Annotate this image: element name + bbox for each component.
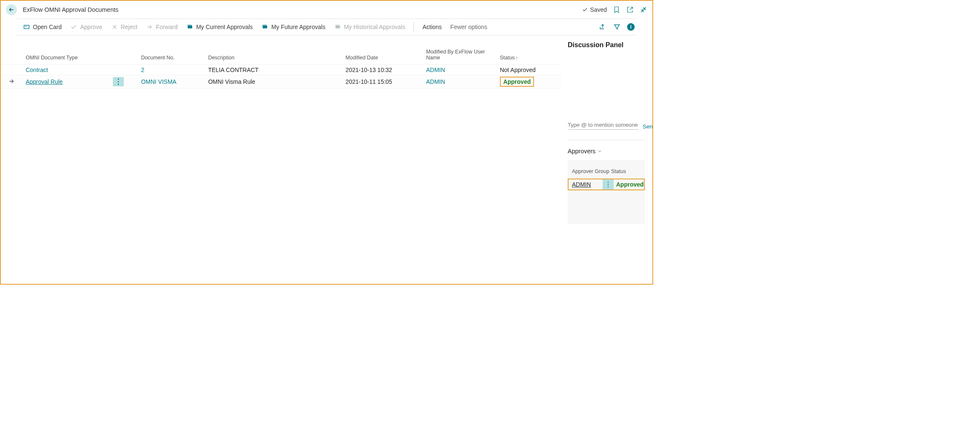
- back-button[interactable]: [6, 4, 17, 15]
- my-current-label: My Current Approvals: [196, 24, 253, 30]
- modified-by-link[interactable]: ADMIN: [426, 78, 445, 85]
- mention-input[interactable]: [568, 120, 638, 130]
- info-icon: i: [630, 24, 631, 30]
- svg-rect-1: [187, 26, 192, 29]
- more-vertical-icon: [607, 181, 609, 187]
- row-more-button[interactable]: [113, 77, 124, 86]
- svg-rect-0: [24, 25, 29, 29]
- doc-no-link[interactable]: OMNI VISMA: [141, 78, 176, 85]
- table-row[interactable]: Approval Rule OMNI VISMA OMNI Visma Rule…: [1, 75, 562, 88]
- share-button[interactable]: [598, 23, 607, 31]
- col-doc-type[interactable]: OMNI Document Type: [22, 46, 109, 64]
- collapse-button[interactable]: [640, 6, 647, 13]
- actions-label: Actions: [422, 24, 442, 30]
- modified-by-link[interactable]: ADMIN: [426, 67, 445, 73]
- bookmark-icon: [613, 6, 620, 13]
- col-status[interactable]: Status↑: [497, 46, 562, 64]
- svg-point-18: [608, 186, 609, 187]
- film-icon: [186, 23, 194, 31]
- filter-icon: [613, 23, 621, 31]
- approver-group-link[interactable]: ADMIN: [569, 181, 603, 188]
- svg-rect-8: [266, 25, 267, 26]
- approver-more-button[interactable]: [603, 179, 614, 189]
- collapse-icon: [640, 6, 647, 13]
- col-doc-no[interactable]: Document No.: [138, 46, 205, 64]
- doc-type-link[interactable]: Approval Rule: [26, 78, 63, 85]
- my-historical-label: My Historical Approvals: [344, 24, 406, 30]
- open-card-label: Open Card: [33, 24, 61, 30]
- saved-indicator: Saved: [582, 6, 607, 13]
- col-approver-status[interactable]: Status: [611, 168, 641, 174]
- my-future-label: My Future Approvals: [271, 24, 325, 30]
- svg-point-14: [118, 81, 119, 83]
- cell-modified-date: 2021-10-11 15:05: [342, 75, 423, 88]
- filter-button[interactable]: [613, 23, 621, 31]
- svg-rect-6: [263, 25, 264, 26]
- approver-status: Approved: [614, 181, 644, 188]
- row-selected-icon: [8, 78, 15, 85]
- saved-label: Saved: [590, 6, 607, 13]
- svg-rect-11: [337, 25, 338, 26]
- svg-point-16: [608, 182, 609, 183]
- col-description[interactable]: Description: [205, 46, 342, 64]
- check-icon: [70, 23, 77, 31]
- svg-rect-4: [190, 25, 191, 26]
- approvers-box: Approver Group Status ADMIN Approved: [568, 160, 645, 224]
- svg-rect-5: [263, 26, 267, 29]
- status-badge: Approved: [500, 77, 534, 87]
- reject-label: Reject: [121, 24, 138, 30]
- popout-icon: [626, 6, 634, 13]
- discussion-panel-title: Discussion Panel: [568, 41, 645, 49]
- svg-rect-10: [335, 25, 336, 26]
- info-button[interactable]: i: [627, 23, 635, 31]
- chevron-down-icon: [597, 149, 602, 154]
- fewer-options-button[interactable]: Fewer options: [446, 19, 491, 35]
- my-historical-approvals-button[interactable]: My Historical Approvals: [330, 19, 410, 35]
- popout-button[interactable]: [626, 6, 634, 13]
- cell-status: Not Approved: [497, 64, 562, 75]
- svg-point-13: [118, 79, 119, 80]
- cell-description: TELIA CONTRACT: [205, 64, 342, 75]
- forward-label: Forward: [156, 24, 177, 30]
- svg-rect-12: [338, 25, 339, 26]
- my-current-approvals-button[interactable]: My Current Approvals: [182, 19, 257, 35]
- svg-rect-3: [189, 25, 190, 26]
- my-future-approvals-button[interactable]: My Future Approvals: [257, 19, 329, 35]
- forward-button[interactable]: Forward: [142, 19, 182, 35]
- approver-row[interactable]: ADMIN Approved: [568, 179, 645, 190]
- svg-rect-7: [264, 25, 265, 26]
- film-icon: [334, 23, 342, 31]
- col-approver-group[interactable]: Approver Group: [572, 168, 611, 174]
- cell-description: OMNI Visma Rule: [205, 75, 342, 88]
- approvers-title: Approvers: [568, 148, 595, 155]
- card-icon: [23, 23, 30, 31]
- sort-asc-icon: ↑: [515, 55, 518, 60]
- bookmark-button[interactable]: [613, 6, 620, 13]
- share-icon: [599, 23, 606, 31]
- more-vertical-icon: [117, 78, 119, 85]
- page-title: ExFlow OMNI Approval Documents: [23, 6, 118, 13]
- col-modified-by[interactable]: Modified By ExFlow User Name: [423, 46, 497, 64]
- col-modified-date[interactable]: Modified Date: [342, 46, 423, 64]
- actions-menu[interactable]: Actions: [418, 19, 446, 35]
- doc-type-link[interactable]: Contract: [26, 67, 48, 73]
- documents-table: OMNI Document Type Document No. Descript…: [1, 46, 562, 88]
- send-button[interactable]: Send: [643, 123, 652, 130]
- reject-button[interactable]: Reject: [107, 19, 142, 35]
- x-icon: [111, 23, 118, 31]
- approve-label: Approve: [80, 24, 102, 30]
- arrow-left-icon: [8, 6, 15, 13]
- approvers-toggle[interactable]: Approvers: [568, 148, 645, 155]
- svg-rect-2: [187, 25, 188, 26]
- film-icon: [261, 23, 269, 31]
- approve-button[interactable]: Approve: [66, 19, 106, 35]
- fewer-options-label: Fewer options: [450, 24, 487, 30]
- svg-point-15: [118, 84, 119, 85]
- table-row[interactable]: Contract 2 TELIA CONTRACT 2021-10-13 10:…: [1, 64, 562, 75]
- svg-rect-9: [335, 26, 340, 29]
- forward-icon: [146, 23, 153, 31]
- doc-no-link[interactable]: 2: [141, 67, 144, 73]
- open-card-button[interactable]: Open Card: [19, 19, 66, 35]
- cell-modified-date: 2021-10-13 10:32: [342, 64, 423, 75]
- separator: [414, 22, 414, 32]
